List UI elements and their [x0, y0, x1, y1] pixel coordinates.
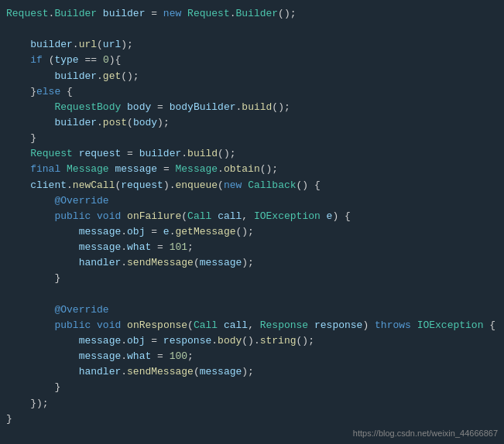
- code-line: message.what = 101;: [0, 240, 504, 255]
- code-line: message.obj = response.body().string();: [0, 333, 504, 349]
- code-line: [0, 287, 504, 302]
- code-line: message.obj = e.getMessage();: [0, 224, 504, 240]
- code-line: RequestBody body = bodyBuilder.build();: [0, 100, 504, 115]
- code-line: client.newCall(request).enqueue(new Call…: [0, 178, 504, 193]
- watermark: https://blog.csdn.net/weixin_44666867: [353, 429, 498, 438]
- code-line: }else {: [0, 84, 504, 100]
- code-line: handler.sendMessage(message);: [0, 255, 504, 271]
- code-line: if (type == 0){: [0, 53, 504, 68]
- code-line: public void onResponse(Call call, Respon…: [0, 318, 504, 333]
- code-line: builder.url(url);: [0, 37, 504, 53]
- code-line: });: [0, 396, 504, 412]
- code-editor: Request.Builder builder = new Request.Bu…: [0, 0, 504, 444]
- code-line: }: [0, 271, 504, 286]
- code-line: public void onFailure(Call call, IOExcep…: [0, 209, 504, 224]
- code-line: message.what = 100;: [0, 349, 504, 364]
- code-token: Request: [6, 6, 49, 22]
- code-line: [0, 22, 504, 37]
- code-line: builder.post(body);: [0, 115, 504, 131]
- code-line: final Message message = Message.obtain()…: [0, 162, 504, 177]
- code-line: Request request = builder.build();: [0, 146, 504, 162]
- code-line: @Override: [0, 302, 504, 318]
- code-line: @Override: [0, 193, 504, 209]
- code-line: builder.get();: [0, 69, 504, 84]
- code-line: }: [0, 131, 504, 146]
- code-line: }: [0, 380, 504, 395]
- code-line: handler.sendMessage(message);: [0, 364, 504, 380]
- code-line: }: [0, 412, 504, 427]
- code-line: Request.Builder builder = new Request.Bu…: [0, 6, 504, 22]
